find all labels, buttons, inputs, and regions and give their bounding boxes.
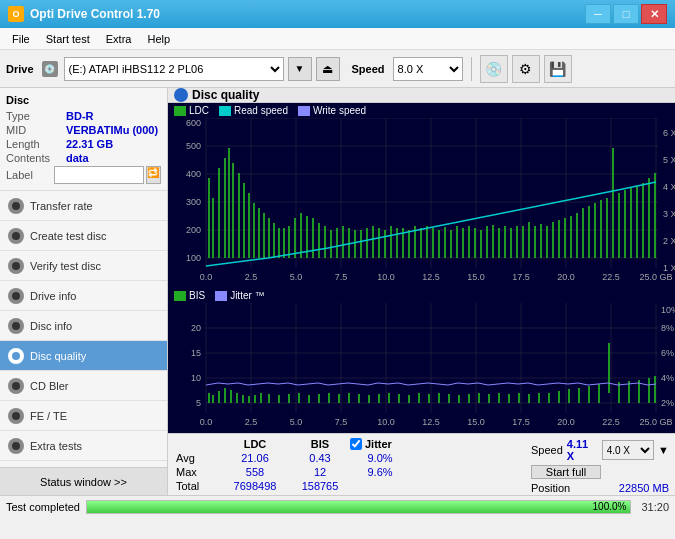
menu-extra[interactable]: Extra bbox=[98, 31, 140, 47]
svg-rect-100 bbox=[618, 193, 620, 258]
disc-mid-row: MID VERBATIMu (000) bbox=[6, 124, 161, 136]
svg-rect-158 bbox=[328, 393, 330, 403]
settings-icon-button[interactable]: ⚙ bbox=[512, 55, 540, 83]
svg-rect-59 bbox=[372, 226, 374, 258]
svg-rect-60 bbox=[378, 228, 380, 258]
svg-rect-85 bbox=[528, 222, 530, 258]
svg-rect-106 bbox=[654, 173, 656, 258]
svg-rect-93 bbox=[576, 213, 578, 258]
disc-icon-button[interactable]: 💿 bbox=[480, 55, 508, 83]
svg-text:15.0: 15.0 bbox=[467, 417, 485, 427]
stats-max-ldc: 558 bbox=[220, 466, 290, 478]
svg-text:2%: 2% bbox=[661, 398, 674, 408]
svg-text:12.5: 12.5 bbox=[422, 272, 440, 282]
menu-file[interactable]: File bbox=[4, 31, 38, 47]
svg-text:10: 10 bbox=[191, 373, 201, 383]
svg-rect-54 bbox=[342, 226, 344, 258]
main-content: Disc Type BD-R MID VERBATIMu (000) Lengt… bbox=[0, 88, 675, 495]
disc-label-input[interactable] bbox=[54, 166, 144, 184]
svg-rect-161 bbox=[358, 394, 360, 403]
nav-item-transfer-rate[interactable]: Transfer rate bbox=[0, 191, 167, 221]
svg-rect-155 bbox=[298, 393, 300, 403]
svg-rect-160 bbox=[348, 393, 350, 403]
nav-item-extra-tests[interactable]: Extra tests bbox=[0, 431, 167, 461]
sidebar: Disc Type BD-R MID VERBATIMu (000) Lengt… bbox=[0, 88, 168, 495]
svg-text:17.5: 17.5 bbox=[512, 417, 530, 427]
nav-item-create-test-disc[interactable]: Create test disc bbox=[0, 221, 167, 251]
disc-contents-val: data bbox=[66, 152, 89, 164]
progress-bar: 100.0% bbox=[86, 500, 631, 514]
svg-rect-178 bbox=[528, 394, 530, 403]
speed-select-right[interactable]: 4.0 X bbox=[602, 440, 654, 460]
nav-item-cd-bler[interactable]: CD Bler bbox=[0, 371, 167, 401]
legend-ldc: LDC bbox=[174, 105, 209, 116]
position-row: Position 22850 MB bbox=[531, 482, 669, 494]
speed-label: Speed bbox=[352, 63, 385, 75]
toolbar: Drive 💿 (E:) ATAPI iHBS112 2 PL06 ▼ ⏏ Sp… bbox=[0, 50, 675, 88]
svg-rect-184 bbox=[588, 386, 590, 403]
nav-icon-disc-quality bbox=[8, 348, 24, 364]
close-button[interactable]: ✕ bbox=[641, 4, 667, 24]
chart-header: Disc quality bbox=[168, 88, 675, 103]
svg-text:15: 15 bbox=[191, 348, 201, 358]
legend-jitter-color bbox=[215, 291, 227, 301]
svg-text:2 X: 2 X bbox=[663, 236, 675, 246]
svg-rect-36 bbox=[243, 183, 245, 258]
maximize-button[interactable]: □ bbox=[613, 4, 639, 24]
menu-help[interactable]: Help bbox=[139, 31, 178, 47]
chart-header-icon bbox=[174, 88, 188, 102]
minimize-button[interactable]: ─ bbox=[585, 4, 611, 24]
svg-rect-56 bbox=[354, 230, 356, 258]
nav-label-create-test-disc: Create test disc bbox=[30, 230, 106, 242]
stats-header-row: LDC BIS Jitter bbox=[176, 438, 517, 450]
svg-text:3 X: 3 X bbox=[663, 209, 675, 219]
drive-select[interactable]: (E:) ATAPI iHBS112 2 PL06 bbox=[64, 57, 284, 81]
legend-jitter-mark: ™ bbox=[255, 290, 265, 301]
disc-label-key: Label bbox=[6, 169, 54, 181]
svg-rect-39 bbox=[258, 208, 260, 258]
stats-left: LDC BIS Jitter Avg 21.06 0.43 9.0% Max bbox=[168, 434, 525, 495]
svg-rect-73 bbox=[456, 226, 458, 258]
svg-rect-96 bbox=[594, 203, 596, 258]
stats-avg-bis: 0.43 bbox=[290, 452, 350, 464]
stats-max-label: Max bbox=[176, 466, 220, 478]
stats-header-empty bbox=[176, 438, 220, 450]
svg-rect-144 bbox=[218, 391, 220, 403]
status-window-button[interactable]: Status window >> bbox=[0, 467, 167, 495]
svg-rect-63 bbox=[396, 228, 398, 258]
svg-text:15.0: 15.0 bbox=[467, 272, 485, 282]
nav-item-disc-info[interactable]: Disc info bbox=[0, 311, 167, 341]
svg-rect-46 bbox=[294, 218, 296, 258]
svg-text:5: 5 bbox=[196, 398, 201, 408]
eject-button[interactable]: ⏏ bbox=[316, 57, 340, 81]
svg-rect-145 bbox=[224, 388, 226, 403]
drive-arrow-button[interactable]: ▼ bbox=[288, 57, 312, 81]
nav-item-disc-quality[interactable]: Disc quality bbox=[0, 341, 167, 371]
legend-read-speed: Read speed bbox=[219, 105, 288, 116]
drive-icon: 💿 bbox=[42, 61, 58, 77]
nav-item-fe-te[interactable]: FE / TE bbox=[0, 401, 167, 431]
svg-rect-179 bbox=[538, 393, 540, 403]
stats-section: LDC BIS Jitter Avg 21.06 0.43 9.0% Max bbox=[168, 433, 675, 495]
svg-text:25.0 GB: 25.0 GB bbox=[639, 272, 672, 282]
svg-rect-82 bbox=[510, 228, 512, 258]
jitter-checkbox[interactable] bbox=[350, 438, 362, 450]
svg-text:6%: 6% bbox=[661, 348, 674, 358]
start-full-button[interactable]: Start full bbox=[531, 465, 601, 479]
nav-list: Transfer rate Create test disc Verify te… bbox=[0, 191, 167, 461]
nav-item-verify-test-disc[interactable]: Verify test disc bbox=[0, 251, 167, 281]
nav-item-drive-info[interactable]: Drive info bbox=[0, 281, 167, 311]
svg-text:10.0: 10.0 bbox=[377, 417, 395, 427]
disc-label-icon-button[interactable]: 🔁 bbox=[146, 166, 161, 184]
speed-select[interactable]: 8.0 X bbox=[393, 57, 463, 81]
nav-label-cd-bler: CD Bler bbox=[30, 380, 69, 392]
toolbar-separator bbox=[471, 57, 472, 81]
svg-rect-147 bbox=[236, 393, 238, 403]
svg-rect-71 bbox=[444, 227, 446, 258]
save-icon-button[interactable]: 💾 bbox=[544, 55, 572, 83]
svg-rect-104 bbox=[642, 183, 644, 258]
menu-start-test[interactable]: Start test bbox=[38, 31, 98, 47]
legend-write-speed-color bbox=[298, 106, 310, 116]
svg-rect-156 bbox=[308, 395, 310, 403]
svg-rect-165 bbox=[398, 394, 400, 403]
